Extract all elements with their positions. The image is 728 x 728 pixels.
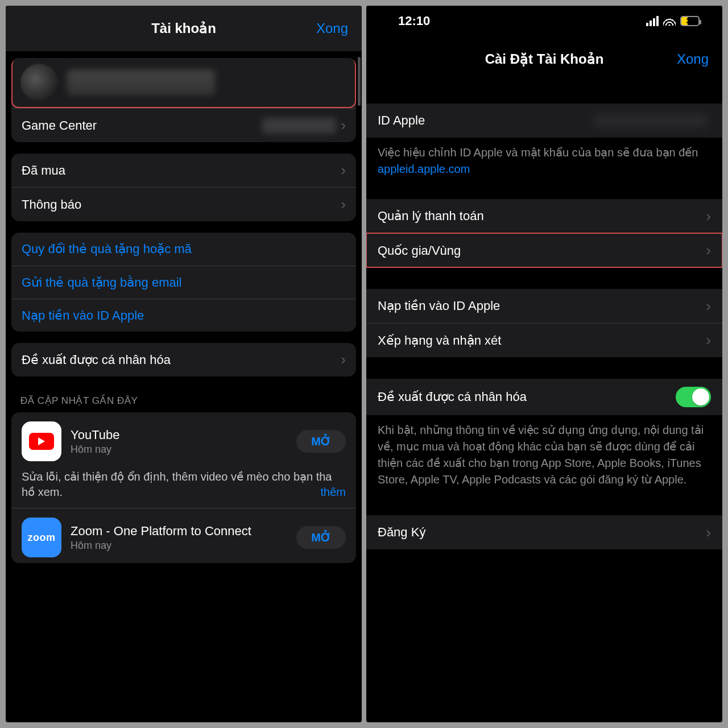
app-row-zoom[interactable]: zoom Zoom - One Platform to Connect Hôm … bbox=[11, 508, 356, 563]
payment-row[interactable]: Quản lý thanh toán › bbox=[366, 199, 722, 233]
profile-row[interactable] bbox=[11, 58, 356, 108]
app-name: YouTube bbox=[71, 427, 296, 443]
notifications-label: Thông báo bbox=[22, 197, 341, 212]
subscriptions-label: Đăng Ký bbox=[378, 525, 706, 540]
personalized-label: Đề xuất được cá nhân hóa bbox=[378, 390, 676, 404]
chevron-right-icon: › bbox=[706, 332, 711, 349]
add-funds-label: Nạp tiền vào ID Apple bbox=[378, 299, 706, 313]
chevron-right-icon: › bbox=[341, 117, 346, 134]
game-center-row[interactable]: Game Center › bbox=[11, 108, 356, 142]
chevron-right-icon: › bbox=[706, 242, 711, 259]
footer-text: Việc hiệu chỉnh ID Apple và mật khẩu của… bbox=[378, 146, 698, 159]
redeem-label: Quy đổi thẻ quà tặng hoặc mã bbox=[22, 242, 346, 257]
apple-id-footer: Việc hiệu chỉnh ID Apple và mật khẩu của… bbox=[366, 138, 722, 177]
page-title: Cài Đặt Tài Khoản bbox=[485, 51, 604, 67]
personalized-toggle-row[interactable]: Đề xuất được cá nhân hóa bbox=[366, 379, 722, 415]
chevron-right-icon: › bbox=[706, 208, 711, 225]
battery-level: 38 bbox=[681, 17, 698, 25]
status-time: 12:10 bbox=[398, 14, 430, 28]
page-title: Tài khoản bbox=[151, 20, 216, 36]
chevron-right-icon: › bbox=[341, 162, 346, 179]
battery-icon: 38 bbox=[680, 16, 700, 26]
game-center-value-redacted bbox=[262, 118, 336, 134]
chevron-right-icon: › bbox=[706, 297, 711, 315]
purchased-label: Đã mua bbox=[22, 163, 341, 178]
wifi-icon bbox=[663, 16, 676, 26]
purchased-row[interactable]: Đã mua › bbox=[11, 154, 356, 187]
app-name: Zoom - One Platform to Connect bbox=[71, 523, 296, 539]
recently-updated-header: ĐÃ CẬP NHẬT GẦN ĐÂY bbox=[20, 395, 354, 407]
apple-id-label: ID Apple bbox=[378, 113, 594, 128]
send-gift-label: Gửi thẻ quà tặng bằng email bbox=[22, 275, 346, 290]
zoom-icon: zoom bbox=[22, 518, 61, 557]
send-gift-row[interactable]: Gửi thẻ quà tặng bằng email bbox=[11, 266, 356, 299]
country-region-row[interactable]: Quốc gia/Vùng › bbox=[366, 233, 722, 267]
chevron-right-icon: › bbox=[341, 196, 346, 213]
open-button[interactable]: MỞ bbox=[296, 526, 346, 549]
notes-text: Sửa lỗi, cải thiện độ ổn định, thêm vide… bbox=[22, 470, 332, 498]
nav-bar: Tài khoản Xong bbox=[6, 6, 362, 51]
payment-label: Quản lý thanh toán bbox=[378, 209, 706, 224]
subscriptions-row[interactable]: Đăng Ký › bbox=[366, 515, 722, 549]
avatar bbox=[20, 64, 58, 101]
toggle-on-icon[interactable] bbox=[676, 387, 711, 407]
country-label: Quốc gia/Vùng bbox=[378, 243, 706, 258]
app-time: Hôm nay bbox=[71, 540, 296, 552]
personalized-footer: Khi bật, những thông tin về việc sử dụng… bbox=[366, 415, 722, 488]
add-funds-row[interactable]: Nạp tiền vào ID Apple bbox=[11, 299, 356, 332]
more-link[interactable]: thêm bbox=[321, 485, 346, 500]
scrollbar[interactable] bbox=[358, 57, 361, 106]
ratings-label: Xếp hạng và nhận xét bbox=[378, 333, 706, 348]
done-button[interactable]: Xong bbox=[677, 51, 709, 67]
profile-name-redacted bbox=[67, 70, 215, 95]
redeem-row[interactable]: Quy đổi thẻ quà tặng hoặc mã bbox=[11, 233, 356, 266]
open-button[interactable]: MỞ bbox=[296, 430, 346, 453]
personalized-label: Đề xuất được cá nhân hóa bbox=[22, 353, 341, 367]
apple-id-value-redacted bbox=[594, 114, 708, 127]
chevron-right-icon: › bbox=[706, 524, 711, 541]
account-screen: Tài khoản Xong Game Center › Đã mua › Th… bbox=[6, 6, 362, 722]
notifications-row[interactable]: Thông báo › bbox=[11, 187, 356, 221]
apple-id-link[interactable]: appleid.apple.com bbox=[378, 163, 470, 175]
chevron-right-icon: › bbox=[341, 351, 346, 369]
add-funds-row[interactable]: Nạp tiền vào ID Apple › bbox=[366, 289, 722, 323]
nav-bar: Cài Đặt Tài Khoản Xong bbox=[366, 36, 722, 82]
personalized-row[interactable]: Đề xuất được cá nhân hóa › bbox=[11, 343, 356, 377]
youtube-icon bbox=[22, 421, 61, 461]
app-release-notes: Sửa lỗi, cải thiện độ ổn định, thêm vide… bbox=[11, 467, 356, 508]
done-button[interactable]: Xong bbox=[316, 20, 348, 36]
account-settings-screen: 12:10 38 Cài Đặt Tài Khoản Xong ID Apple… bbox=[366, 6, 722, 722]
app-row-youtube[interactable]: YouTube Hôm nay MỞ bbox=[11, 412, 356, 467]
app-time: Hôm nay bbox=[71, 444, 296, 456]
add-funds-label: Nạp tiền vào ID Apple bbox=[22, 308, 346, 323]
status-bar: 12:10 38 bbox=[366, 6, 722, 36]
cellular-icon bbox=[646, 16, 659, 26]
game-center-label: Game Center bbox=[22, 118, 262, 133]
ratings-row[interactable]: Xếp hạng và nhận xét › bbox=[366, 323, 722, 357]
apple-id-row[interactable]: ID Apple bbox=[366, 104, 722, 138]
